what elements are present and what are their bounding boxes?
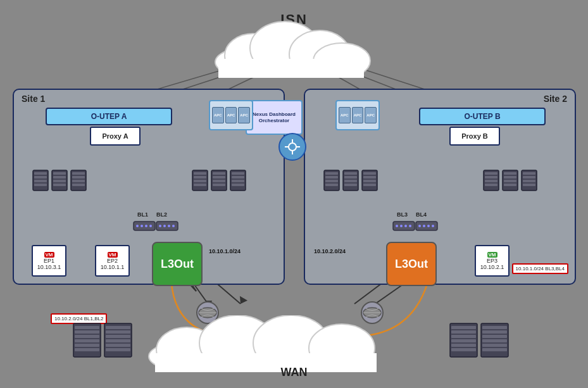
apc-cluster-site2: APC APC APC [335, 100, 380, 130]
svg-rect-135 [523, 184, 535, 186]
svg-rect-166 [451, 326, 476, 329]
svg-rect-133 [523, 176, 535, 178]
ep3-label: EP3 [487, 258, 497, 264]
svg-rect-85 [194, 184, 206, 186]
server-rack-10 [482, 169, 500, 192]
server-rack-2 [51, 169, 68, 192]
ep3-ip: 10.10.2.1 [480, 264, 504, 270]
svg-point-139 [404, 225, 407, 227]
bottom-racks-site2 [449, 323, 513, 361]
svg-point-145 [432, 225, 434, 227]
svg-marker-43 [237, 296, 247, 306]
ep1-box: VM EP1 10.10.3.1 [32, 245, 66, 277]
svg-point-104 [168, 225, 170, 227]
svg-point-143 [423, 225, 425, 227]
svg-rect-88 [213, 176, 225, 178]
svg-rect-82 [194, 172, 206, 175]
svg-rect-93 [232, 176, 244, 178]
svg-rect-178 [482, 348, 507, 351]
svg-point-105 [172, 225, 175, 227]
bl4-label: BL4 [416, 211, 427, 218]
ip-label-site2: 10.10.2.0/24 [314, 248, 346, 254]
svg-rect-95 [232, 184, 244, 186]
utep-a-bar: O-UTEP A [46, 108, 172, 125]
svg-rect-115 [344, 184, 357, 186]
svg-rect-153 [75, 330, 99, 334]
svg-rect-159 [106, 326, 130, 329]
svg-rect-110 [325, 184, 338, 186]
utep-b-bar: O-UTEP B [419, 108, 546, 125]
svg-rect-117 [363, 172, 376, 175]
svg-rect-154 [75, 335, 99, 338]
svg-rect-170 [451, 344, 476, 347]
route-table-site2: 10.10.1.0/24 BL3,BL4 [512, 263, 568, 274]
ep2-box: VM EP2 10.10.1.1 [95, 245, 130, 277]
svg-rect-169 [451, 339, 476, 342]
svg-rect-130 [504, 184, 516, 186]
l3out-green-box: L3Out [152, 242, 203, 286]
svg-rect-156 [75, 344, 99, 347]
svg-rect-176 [482, 339, 507, 342]
svg-rect-123 [485, 176, 497, 178]
bl1-switch [133, 219, 156, 233]
svg-rect-94 [232, 180, 244, 182]
svg-point-102 [159, 225, 161, 227]
server-rack-9 [361, 169, 378, 192]
svg-rect-65 [218, 59, 364, 78]
svg-point-103 [163, 225, 166, 227]
svg-point-142 [418, 225, 421, 227]
server-rack-6 [229, 169, 247, 192]
svg-point-146 [289, 143, 296, 151]
svg-rect-164 [106, 348, 130, 351]
server-rack-1 [32, 169, 49, 192]
svg-rect-171 [451, 348, 476, 351]
svg-rect-134 [523, 180, 535, 182]
site1-label: Site 1 [22, 94, 45, 104]
svg-rect-175 [482, 335, 507, 338]
svg-rect-160 [106, 330, 130, 334]
server-rack-3 [70, 169, 87, 192]
server-rack-8 [342, 169, 360, 192]
svg-point-98 [141, 225, 143, 227]
svg-rect-157 [75, 348, 99, 351]
svg-rect-167 [451, 330, 476, 334]
apc-node-6: APC [365, 107, 377, 123]
bl3-switch [392, 219, 415, 233]
svg-rect-177 [482, 344, 507, 347]
svg-rect-107 [325, 172, 338, 175]
ndo-box: Nexus Dashboard Orchestrator [246, 100, 303, 135]
svg-rect-124 [485, 180, 497, 182]
bl3-label: BL3 [397, 211, 408, 218]
svg-rect-83 [194, 176, 206, 178]
svg-rect-152 [75, 326, 99, 329]
svg-point-100 [149, 225, 152, 227]
ep1-label: EP1 [44, 258, 54, 264]
route1-ip: 10.10.2.0/24 [54, 316, 82, 322]
route1-nodes: BL1,BL2 [84, 316, 104, 322]
svg-rect-108 [325, 176, 338, 178]
svg-point-97 [136, 225, 139, 227]
server-rack-11 [501, 169, 519, 192]
svg-rect-68 [34, 176, 47, 178]
ep3-box: VM EP3 10.10.2.1 [475, 245, 510, 277]
svg-rect-132 [523, 172, 535, 175]
bottom-racks-site1 [73, 323, 136, 361]
apc-node-1: APC [212, 107, 224, 123]
ep1-vm-badge: VM [44, 252, 54, 258]
svg-rect-127 [504, 172, 516, 175]
svg-rect-79 [72, 180, 85, 182]
svg-rect-70 [34, 184, 47, 186]
svg-rect-84 [194, 180, 206, 182]
bl1-label: BL1 [137, 211, 148, 218]
ep3-vm-badge: VM [487, 252, 497, 258]
ip-label-site1: 10.10.1.0/24 [209, 248, 241, 254]
ep2-label: EP2 [107, 258, 118, 264]
isn-cloud [203, 18, 380, 78]
svg-rect-112 [344, 172, 357, 175]
bl4-switch [415, 219, 438, 233]
svg-rect-109 [325, 180, 338, 182]
svg-rect-80 [72, 184, 85, 186]
proxy-b-box: Proxy B [449, 127, 500, 146]
wan-label: WAN [281, 366, 308, 379]
proxy-a-box: Proxy A [90, 127, 141, 146]
